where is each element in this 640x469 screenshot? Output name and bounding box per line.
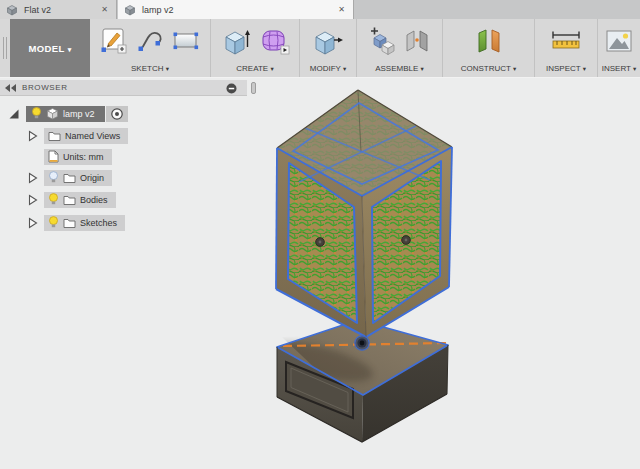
collapsed-triangle-icon[interactable] <box>28 194 38 206</box>
tree-row-units: Units: mm <box>0 148 112 165</box>
folder-icon <box>63 194 76 205</box>
tree-row-origin: Origin <box>0 169 112 186</box>
connector-ring[interactable] <box>355 336 369 350</box>
measure-icon[interactable] <box>548 27 584 55</box>
group-label[interactable]: INSERT <box>602 64 631 73</box>
tree-row-bodies: Bodies <box>0 191 116 208</box>
tab-label: Flat v2 <box>24 5 51 15</box>
toolbar-group-sketch: SKETCH ▾ <box>90 19 211 77</box>
tree-item-label: Units: mm <box>63 152 104 162</box>
spline-icon[interactable] <box>136 26 164 56</box>
create-sketch-icon[interactable] <box>99 26 129 56</box>
tree-item[interactable]: Bodies <box>44 192 116 208</box>
toolbar: MODEL▾ <box>0 19 640 78</box>
toolbar-group-assemble: ASSEMBLE ▾ <box>357 19 443 77</box>
document-cube-icon <box>6 4 18 16</box>
folder-icon <box>48 130 61 141</box>
collapsed-triangle-icon[interactable] <box>28 217 38 229</box>
tab-close-icon[interactable]: ✕ <box>99 6 110 14</box>
workspace-selector-button[interactable]: MODEL▾ <box>10 19 90 77</box>
tree-row-lamp-v2: lamp v2 <box>0 105 128 122</box>
tree-item-label: Origin <box>80 173 104 183</box>
group-label[interactable]: CREATE <box>236 64 268 73</box>
chevron-down-icon: ▾ <box>166 65 169 72</box>
extrude-icon[interactable] <box>220 25 252 57</box>
rectangle-icon[interactable] <box>171 26 201 56</box>
group-label[interactable]: CONSTRUCT <box>461 64 511 73</box>
tab-lamp-v2[interactable]: lamp v2 ✕ <box>118 0 354 19</box>
fusion360-window: Flat v2 ✕ lamp v2 ✕ MODEL▾ <box>0 0 640 469</box>
collapse-panel-icon[interactable] <box>5 84 17 92</box>
group-label[interactable]: MODIFY <box>310 64 341 73</box>
tree-item[interactable]: Named Views <box>44 128 128 144</box>
new-component-icon[interactable] <box>369 26 397 56</box>
group-label[interactable]: ASSEMBLE <box>375 64 418 73</box>
tree-row-named-views: Named Views <box>0 127 128 144</box>
document-cube-icon <box>124 4 136 16</box>
tree-item-label: Bodies <box>80 195 108 205</box>
group-label[interactable]: INSPECT <box>546 64 581 73</box>
insert-image-icon[interactable] <box>604 26 634 56</box>
tree-row-sketches: Sketches <box>0 214 125 231</box>
create-form-icon[interactable] <box>259 25 291 57</box>
group-label[interactable]: SKETCH <box>131 64 163 73</box>
lightbulb-on-icon[interactable] <box>48 216 59 229</box>
press-pull-icon[interactable] <box>311 25 345 57</box>
toolbar-group-inspect: INSPECT ▾ <box>535 19 598 77</box>
collapsed-triangle-icon[interactable] <box>28 130 38 142</box>
toolbar-grip[interactable] <box>6 37 7 59</box>
tab-close-icon[interactable]: ✕ <box>336 6 347 14</box>
chevron-down-icon: ▾ <box>68 46 72 53</box>
folder-icon <box>63 217 76 228</box>
lamp-lantern-body[interactable] <box>276 90 452 337</box>
folder-icon <box>63 172 76 183</box>
lightbulb-on-icon[interactable] <box>48 193 59 206</box>
chevron-down-icon: ▾ <box>343 65 346 72</box>
browser-header: BROWSER <box>0 80 247 96</box>
construction-plane-icon[interactable] <box>473 25 505 57</box>
collapsed-triangle-icon[interactable] <box>28 172 38 184</box>
tree-item-label: Named Views <box>65 131 120 141</box>
radio-target-icon <box>110 107 124 121</box>
toolbar-grip[interactable] <box>3 37 4 59</box>
joint-icon[interactable] <box>404 26 430 56</box>
toolbar-group-insert: INSERT ▾ <box>598 19 640 77</box>
toolbar-group-construct: CONSTRUCT ▾ <box>443 19 535 77</box>
chevron-down-icon: ▾ <box>583 65 586 72</box>
tree-item-label: Sketches <box>80 218 117 228</box>
tree-item-root[interactable]: lamp v2 <box>26 106 105 122</box>
component-cube-icon <box>46 107 59 120</box>
hide-all-icon[interactable] <box>226 83 237 94</box>
tree-item[interactable]: Sketches <box>44 215 125 231</box>
browser-title: BROWSER <box>22 83 68 92</box>
lightbulb-off-icon[interactable] <box>48 171 59 184</box>
chevron-down-icon: ▾ <box>270 65 273 72</box>
chevron-down-icon: ▾ <box>513 65 516 72</box>
activate-component-radio[interactable] <box>106 106 128 122</box>
chevron-down-icon: ▾ <box>633 65 636 72</box>
tree-item[interactable]: Units: mm <box>44 149 112 165</box>
panel-resize-handle[interactable] <box>251 82 256 94</box>
tab-label: lamp v2 <box>142 5 174 15</box>
document-tab-bar: Flat v2 ✕ lamp v2 ✕ <box>0 0 640 19</box>
workspace-label: MODEL <box>28 43 64 54</box>
toolbar-group-create: CREATE ▾ <box>211 19 300 77</box>
lightbulb-on-icon[interactable] <box>31 107 42 120</box>
chevron-down-icon: ▾ <box>421 65 424 72</box>
toolbar-group-modify: MODIFY ▾ <box>300 19 357 77</box>
document-icon <box>48 150 59 163</box>
expand-triangle-icon[interactable] <box>8 108 20 120</box>
tree-item-label: lamp v2 <box>63 109 95 119</box>
tree-item[interactable]: Origin <box>44 170 112 186</box>
tab-flat-v2[interactable]: Flat v2 ✕ <box>0 0 117 19</box>
